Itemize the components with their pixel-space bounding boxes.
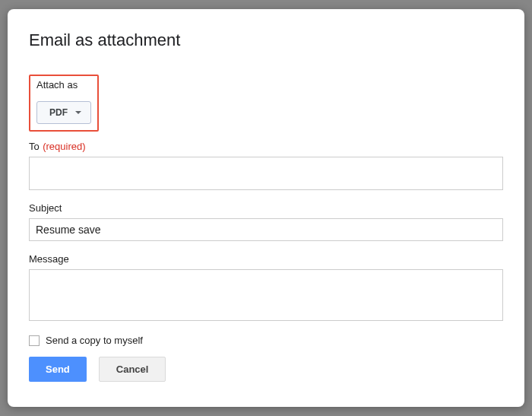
to-group: To (required) (29, 139, 503, 190)
button-row: Send Cancel (29, 357, 503, 382)
dialog-title: Email as attachment (29, 30, 503, 50)
attach-as-highlight: Attach as PDF (29, 75, 99, 132)
to-required: (required) (43, 141, 85, 152)
cancel-button[interactable]: Cancel (99, 357, 166, 382)
attach-as-dropdown[interactable]: PDF (36, 101, 91, 124)
to-input[interactable] (29, 157, 503, 190)
copy-self-checkbox[interactable] (29, 335, 40, 346)
subject-input[interactable] (29, 218, 503, 241)
email-attachment-dialog: Email as attachment Attach as PDF To (re… (8, 9, 524, 407)
send-button[interactable]: Send (29, 357, 87, 382)
message-input[interactable] (29, 269, 503, 321)
chevron-down-icon (75, 111, 81, 114)
message-label: Message (29, 253, 69, 265)
to-label: To (29, 141, 40, 152)
attach-as-selected: PDF (49, 107, 68, 118)
subject-group: Subject (29, 201, 503, 241)
attach-as-label: Attach as (36, 79, 91, 91)
subject-label: Subject (29, 202, 62, 214)
message-group: Message (29, 252, 503, 324)
copy-self-row: Send a copy to myself (29, 335, 503, 346)
copy-self-label: Send a copy to myself (46, 335, 143, 346)
